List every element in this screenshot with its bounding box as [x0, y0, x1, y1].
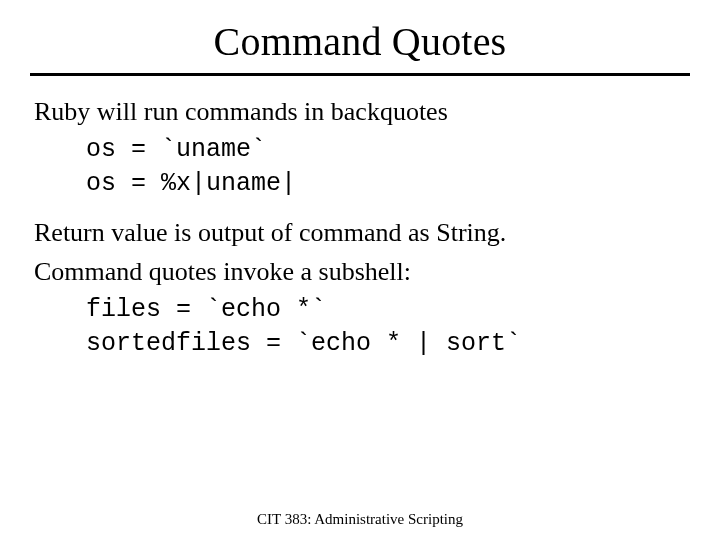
paragraph-intro: Ruby will run commands in backquotes — [34, 94, 686, 129]
slide-body: Ruby will run commands in backquotes os … — [34, 94, 686, 360]
code-block-backquotes: os = `uname` os = %x|uname| — [86, 133, 686, 201]
slide: Command Quotes Ruby will run commands in… — [0, 18, 720, 540]
code-line: files = `echo *` — [86, 295, 326, 324]
slide-footer: CIT 383: Administrative Scripting — [0, 511, 720, 528]
paragraph-subshell: Command quotes invoke a subshell: — [34, 254, 686, 289]
title-divider — [30, 73, 690, 76]
code-block-subshell: files = `echo *` sortedfiles = `echo * |… — [86, 293, 686, 361]
slide-title: Command Quotes — [0, 18, 720, 65]
code-line: sortedfiles = `echo * | sort` — [86, 329, 521, 358]
code-line: os = %x|uname| — [86, 169, 296, 198]
paragraph-return-value: Return value is output of command as Str… — [34, 215, 686, 250]
code-line: os = `uname` — [86, 135, 266, 164]
